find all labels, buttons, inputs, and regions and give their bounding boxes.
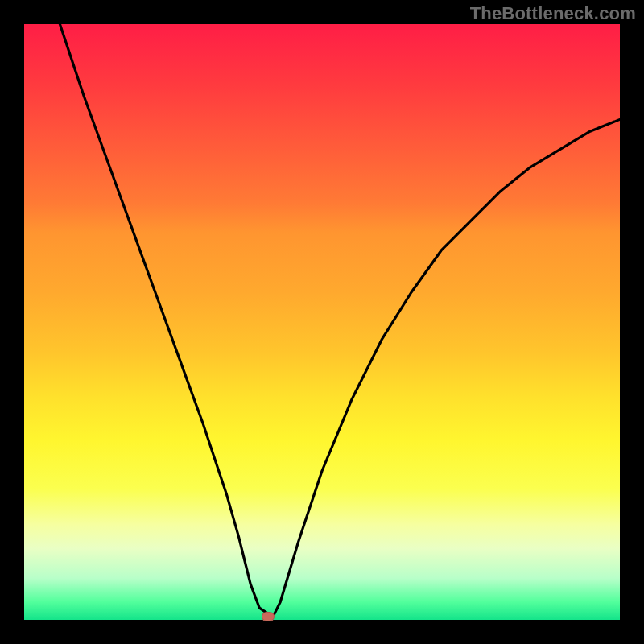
- bottleneck-curve: [60, 24, 620, 614]
- chart-frame: TheBottleneck.com: [0, 0, 644, 644]
- curve-svg: [24, 24, 620, 620]
- plot-area: [24, 24, 620, 620]
- watermark-text: TheBottleneck.com: [470, 3, 636, 24]
- min-point-marker: [262, 612, 275, 621]
